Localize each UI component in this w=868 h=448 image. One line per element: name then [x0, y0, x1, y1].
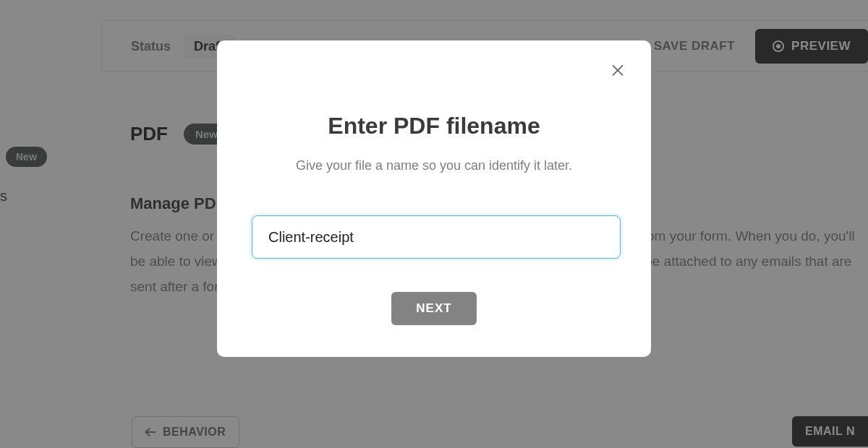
- next-button[interactable]: NEXT: [391, 292, 476, 325]
- pdf-filename-input[interactable]: [252, 215, 621, 259]
- pdf-filename-modal: Enter PDF filename Give your file a name…: [217, 40, 651, 357]
- modal-title: Enter PDF filename: [252, 113, 616, 139]
- modal-subtitle: Give your file a name so you can identif…: [252, 158, 616, 173]
- close-icon[interactable]: [609, 61, 626, 78]
